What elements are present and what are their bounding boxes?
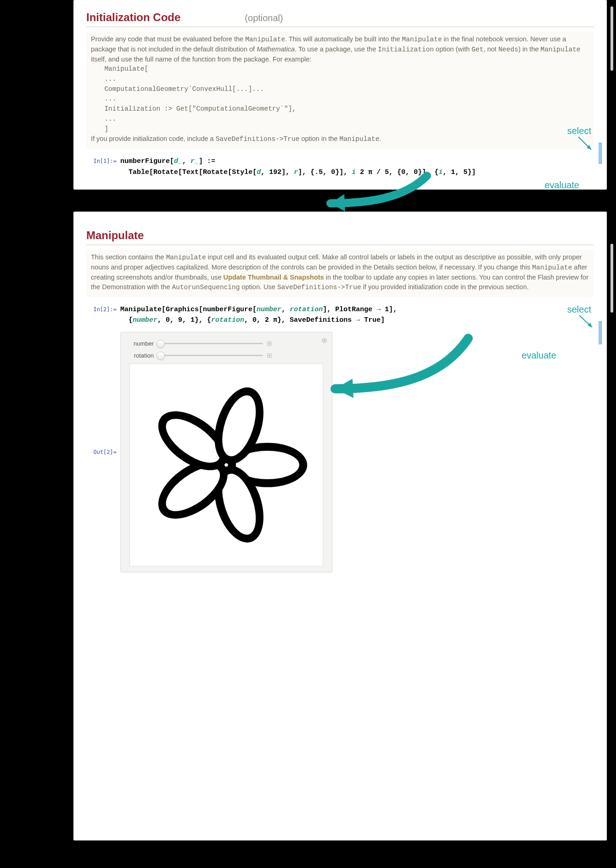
slider-rotation[interactable]: rotation ⊞: [129, 352, 327, 359]
description-box: Provide any code that must be evaluated …: [86, 32, 594, 149]
in-label: In[2]:=: [93, 304, 120, 313]
annot-evaluate: evaluate: [544, 180, 579, 190]
optional-label: (optional): [245, 13, 283, 23]
slider-expand-icon[interactable]: ⊞: [267, 352, 272, 359]
slider-track[interactable]: [157, 343, 263, 344]
input-cell-2[interactable]: In[2]:= Manipulate[Graphics[numberFigure…: [86, 303, 594, 327]
initialization-panel: Initialization Code (optional) Provide a…: [73, 0, 607, 190]
arrow-select-icon: [578, 314, 597, 333]
section-title: Manipulate: [86, 221, 594, 245]
section-title: Initialization Code: [86, 9, 180, 27]
scrollbar[interactable]: [610, 244, 613, 313]
in-label: In[1]:=: [93, 156, 120, 164]
code-example: Manipulate[ ... ComputationalGeometry`Co…: [91, 64, 589, 134]
description-box: This section contains the Manipulate inp…: [86, 250, 594, 297]
out-label: Out[2]=: [93, 449, 120, 455]
wl-code[interactable]: Manipulate[Graphics[numberFigure[number,…: [120, 304, 397, 326]
cell-bracket-selected[interactable]: [599, 142, 602, 162]
arrow-select-icon: [577, 136, 596, 154]
manipulate-output: ⊕ number ⊞ rotation ⊞: [120, 332, 332, 572]
arrow-evaluate-icon: [321, 338, 473, 403]
scrollbar[interactable]: [610, 6, 613, 71]
slider-expand-icon[interactable]: ⊞: [267, 340, 272, 347]
arrow-evaluate-icon: [321, 176, 431, 217]
annot-select: select: [567, 304, 591, 315]
manipulate-panel: Manipulate This section contains the Man…: [73, 212, 607, 840]
input-cell-1[interactable]: In[1]:= numberFigure[d_, r_] := Table[Ro…: [86, 155, 594, 179]
slider-number[interactable]: number ⊞: [129, 340, 327, 347]
cell-bracket-selected[interactable]: [599, 321, 602, 343]
slider-thumb[interactable]: [157, 352, 165, 360]
graphics-output: [129, 364, 323, 566]
annot-evaluate: evaluate: [521, 350, 556, 361]
slider-track[interactable]: [157, 355, 263, 356]
slider-thumb[interactable]: [157, 340, 165, 348]
annot-select: select: [567, 126, 591, 136]
number-figure-graphic: [139, 378, 314, 552]
